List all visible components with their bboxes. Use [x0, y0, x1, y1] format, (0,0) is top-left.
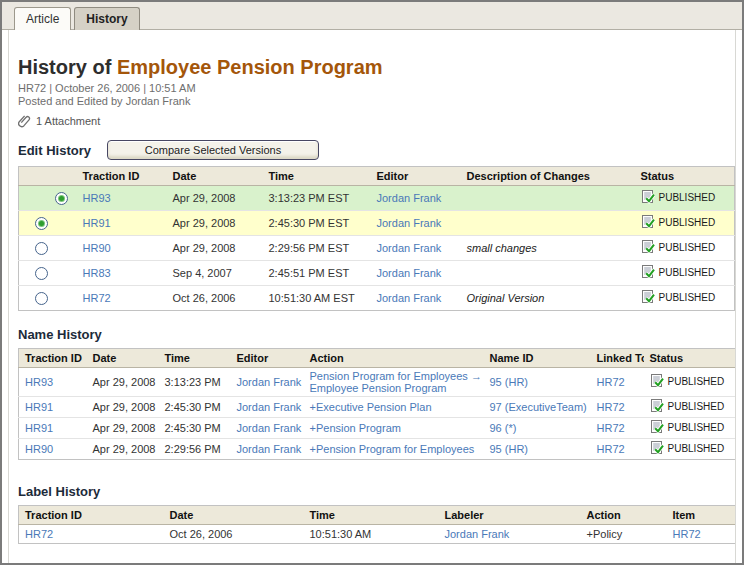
name-history-row: HR90 Apr 29, 2008 2:29:56 PM Jordan Fran… [19, 439, 737, 460]
published-icon [641, 265, 655, 279]
description-cell: small changes [467, 242, 537, 254]
edit-history-heading: Edit History [18, 143, 91, 158]
title-prefix: History of [18, 56, 117, 78]
tab-bar: Article History [2, 2, 742, 30]
linked-to-link[interactable]: HR72 [597, 443, 625, 455]
editor-link[interactable]: Jordan Frank [377, 292, 442, 304]
attachment-row: 1 Attachment [18, 114, 726, 128]
item-link[interactable]: HR72 [673, 528, 701, 540]
traction-id-link[interactable]: HR72 [25, 528, 53, 540]
status-label: PUBLISHED [668, 376, 725, 387]
col-traction-id: Traction ID [77, 167, 167, 186]
title-article-name: Employee Pension Program [117, 56, 383, 78]
col-time: Time [263, 167, 371, 186]
col-status: Status [635, 167, 735, 186]
version-radio[interactable] [35, 242, 48, 255]
editor-link[interactable]: Jordan Frank [377, 267, 442, 279]
col-action: Action [581, 506, 667, 525]
radio-column-header [19, 167, 77, 186]
col-name-id: Name ID [484, 349, 591, 368]
status-label: PUBLISHED [659, 292, 716, 303]
paperclip-icon [18, 114, 31, 128]
published-icon [650, 399, 664, 413]
published-icon [650, 420, 664, 434]
editor-link[interactable]: Jordan Frank [237, 422, 302, 434]
col-description: Description of Changes [461, 167, 635, 186]
col-date: Date [164, 506, 304, 525]
col-time: Time [304, 506, 439, 525]
edit-history-table: Traction ID Date Time Editor Description… [18, 166, 735, 311]
tab-history[interactable]: History [74, 7, 139, 30]
date-cell: Apr 29, 2008 [167, 211, 263, 236]
col-traction-id: Traction ID [19, 506, 164, 525]
editor-link[interactable]: Jordan Frank [377, 217, 442, 229]
time-cell: 3:13:23 PM [159, 368, 231, 397]
article-meta: HR72 | October 26, 2006 | 10:51 AM [18, 82, 726, 95]
action-link[interactable]: +Executive Pension Plan [310, 401, 432, 413]
published-icon [641, 190, 655, 204]
editor-link[interactable]: Jordan Frank [237, 443, 302, 455]
published-icon [650, 441, 664, 455]
action-link[interactable]: Pension Program for Employees →Employee … [310, 370, 478, 394]
tab-article-label: Article [26, 12, 59, 26]
status-label: PUBLISHED [668, 443, 725, 454]
complete-history-heading: Complete History [18, 560, 726, 563]
traction-id-link[interactable]: HR93 [25, 376, 53, 388]
linked-to-link[interactable]: HR72 [597, 376, 625, 388]
col-date: Date [167, 167, 263, 186]
edit-history-row: HR93 Apr 29, 2008 3:13:23 PM EST Jordan … [19, 186, 735, 211]
page-content: History of Employee Pension Program HR72… [8, 30, 736, 563]
linked-to-link[interactable]: HR72 [597, 401, 625, 413]
tab-article[interactable]: Article [14, 7, 71, 30]
name-history-header-row: Traction ID Date Time Editor Action Name… [19, 349, 737, 368]
article-byline: Posted and Edited by Jordan Frank [18, 95, 726, 108]
compare-versions-button[interactable]: Compare Selected Versions [107, 140, 319, 160]
date-cell: Apr 29, 2008 [87, 439, 159, 460]
name-id-link[interactable]: 95 (HR) [490, 443, 529, 455]
editor-link[interactable]: Jordan Frank [237, 376, 302, 388]
traction-id-link[interactable]: HR91 [25, 401, 53, 413]
col-editor: Editor [231, 349, 304, 368]
action-link[interactable]: +Pension Program [310, 422, 401, 434]
col-action: Action [304, 349, 484, 368]
date-cell: Apr 29, 2008 [87, 397, 159, 418]
version-radio[interactable] [35, 217, 48, 230]
editor-link[interactable]: Jordan Frank [377, 242, 442, 254]
name-id-link[interactable]: 97 (ExecutiveTeam) [490, 401, 587, 413]
traction-id-link[interactable]: HR91 [83, 217, 111, 229]
traction-id-link[interactable]: HR72 [83, 292, 111, 304]
version-radio[interactable] [55, 192, 68, 205]
edit-history-header: Edit History Compare Selected Versions [18, 140, 726, 160]
label-action-cell: +Policy [581, 525, 667, 544]
col-linked-to: Linked To [591, 349, 644, 368]
time-cell: 2:45:30 PM EST [263, 211, 371, 236]
name-history-heading: Name History [18, 327, 726, 342]
col-labeler: Labeler [439, 506, 581, 525]
edit-history-header-row: Traction ID Date Time Editor Description… [19, 167, 735, 186]
version-radio[interactable] [35, 267, 48, 280]
published-icon [641, 215, 655, 229]
labeler-link[interactable]: Jordan Frank [445, 528, 510, 540]
status-label: PUBLISHED [659, 217, 716, 228]
editor-link[interactable]: Jordan Frank [377, 192, 442, 204]
time-cell: 3:13:23 PM EST [263, 186, 371, 211]
col-editor: Editor [371, 167, 461, 186]
traction-id-link[interactable]: HR93 [83, 192, 111, 204]
linked-to-link[interactable]: HR72 [597, 422, 625, 434]
traction-id-link[interactable]: HR91 [25, 422, 53, 434]
attachment-count[interactable]: 1 Attachment [36, 115, 100, 127]
editor-link[interactable]: Jordan Frank [237, 401, 302, 413]
name-id-link[interactable]: 95 (HR) [490, 376, 529, 388]
traction-id-link[interactable]: HR90 [83, 242, 111, 254]
col-item: Item [667, 506, 737, 525]
name-id-link[interactable]: 96 (*) [490, 422, 517, 434]
published-icon [650, 374, 664, 388]
published-icon [641, 240, 655, 254]
date-cell: Oct 26, 2006 [164, 525, 304, 544]
col-time: Time [159, 349, 231, 368]
traction-id-link[interactable]: HR83 [83, 267, 111, 279]
action-link[interactable]: +Pension Program for Employees [310, 443, 475, 455]
version-radio[interactable] [35, 292, 48, 305]
edit-history-row: HR72 Oct 26, 2006 10:51:30 AM EST Jordan… [19, 286, 735, 311]
traction-id-link[interactable]: HR90 [25, 443, 53, 455]
